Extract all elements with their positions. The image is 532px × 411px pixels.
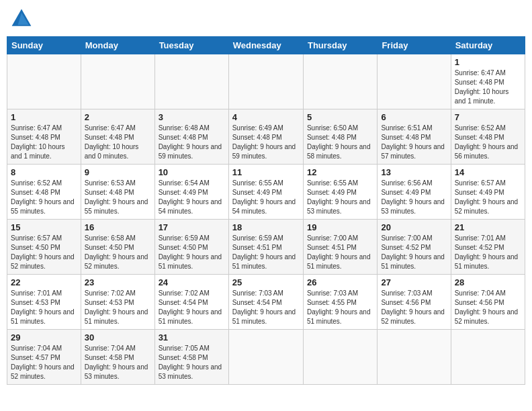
calendar-cell [81, 54, 154, 109]
calendar-cell: 16Sunrise: 6:58 AMSunset: 4:50 PMDayligh… [81, 220, 154, 275]
calendar-cell: 12Sunrise: 6:55 AMSunset: 4:49 PMDayligh… [303, 165, 377, 220]
calendar-cell: 31Sunrise: 7:05 AMSunset: 4:58 PMDayligh… [154, 330, 228, 385]
day-info: Sunrise: 6:55 AMSunset: 4:49 PMDaylight:… [232, 179, 300, 216]
calendar-cell: 19Sunrise: 7:00 AMSunset: 4:51 PMDayligh… [303, 220, 377, 275]
calendar-cell [451, 330, 525, 385]
day-info: Sunrise: 6:52 AMSunset: 4:48 PMDaylight:… [11, 179, 77, 216]
logo-icon [9, 7, 34, 31]
day-number: 2 [85, 112, 151, 122]
calendar-cell [378, 330, 451, 385]
day-info: Sunrise: 6:47 AMSunset: 4:48 PMDaylight:… [11, 124, 77, 161]
day-info: Sunrise: 7:04 AMSunset: 4:56 PMDaylight:… [455, 289, 521, 326]
day-number: 12 [307, 167, 373, 177]
logo [9, 7, 36, 31]
calendar-cell: 2Sunrise: 6:47 AMSunset: 4:48 PMDaylight… [81, 109, 154, 165]
day-number: 1 [11, 112, 77, 122]
day-number: 9 [85, 167, 151, 177]
day-info: Sunrise: 7:03 AMSunset: 4:56 PMDaylight:… [381, 289, 447, 326]
day-number: 21 [455, 222, 521, 232]
day-info: Sunrise: 7:00 AMSunset: 4:52 PMDaylight:… [381, 234, 447, 271]
day-info: Sunrise: 6:58 AMSunset: 4:50 PMDaylight:… [85, 234, 151, 271]
day-number: 16 [85, 222, 151, 232]
day-info: Sunrise: 7:02 AMSunset: 4:54 PMDaylight:… [159, 289, 225, 326]
calendar-cell [303, 330, 377, 385]
day-number: 1 [455, 57, 521, 67]
day-number: 19 [307, 222, 373, 232]
calendar-table: SundayMondayTuesdayWednesdayThursdayFrid… [7, 36, 525, 385]
day-number: 28 [455, 277, 521, 287]
calendar-cell: 4Sunrise: 6:49 AMSunset: 4:48 PMDaylight… [228, 109, 303, 165]
calendar-cell: 15Sunrise: 6:57 AMSunset: 4:50 PMDayligh… [7, 220, 81, 275]
day-info: Sunrise: 6:59 AMSunset: 4:50 PMDaylight:… [159, 234, 225, 271]
calendar-cell: 20Sunrise: 7:00 AMSunset: 4:52 PMDayligh… [378, 220, 451, 275]
day-number: 15 [11, 222, 77, 232]
day-info: Sunrise: 6:52 AMSunset: 4:48 PMDaylight:… [455, 124, 521, 161]
day-info: Sunrise: 6:54 AMSunset: 4:49 PMDaylight:… [159, 179, 225, 216]
day-info: Sunrise: 6:53 AMSunset: 4:48 PMDaylight:… [85, 179, 151, 216]
day-number: 20 [381, 222, 447, 232]
calendar-week-4: 15Sunrise: 6:57 AMSunset: 4:50 PMDayligh… [7, 220, 525, 275]
calendar-cell: 10Sunrise: 6:54 AMSunset: 4:49 PMDayligh… [154, 165, 228, 220]
day-header-monday: Monday [81, 37, 154, 54]
day-number: 22 [11, 277, 77, 287]
day-number: 26 [307, 277, 373, 287]
day-number: 31 [159, 332, 225, 342]
calendar-week-1: 1Sunrise: 6:47 AMSunset: 4:48 PMDaylight… [7, 54, 525, 109]
calendar-week-5: 22Sunrise: 7:01 AMSunset: 4:53 PMDayligh… [7, 275, 525, 330]
calendar-cell: 24Sunrise: 7:02 AMSunset: 4:54 PMDayligh… [154, 275, 228, 330]
calendar-cell: 28Sunrise: 7:04 AMSunset: 4:56 PMDayligh… [451, 275, 525, 330]
day-number: 17 [159, 222, 225, 232]
day-number: 27 [381, 277, 447, 287]
day-number: 7 [455, 112, 521, 122]
calendar-cell: 14Sunrise: 6:57 AMSunset: 4:49 PMDayligh… [451, 165, 525, 220]
page-header [7, 7, 525, 31]
day-info: Sunrise: 6:59 AMSunset: 4:51 PMDaylight:… [232, 234, 300, 271]
day-info: Sunrise: 7:03 AMSunset: 4:55 PMDaylight:… [307, 289, 373, 326]
day-number: 18 [232, 222, 300, 232]
day-number: 30 [85, 332, 151, 342]
calendar-cell: 30Sunrise: 7:04 AMSunset: 4:58 PMDayligh… [81, 330, 154, 385]
day-info: Sunrise: 6:47 AMSunset: 4:48 PMDaylight:… [85, 124, 151, 161]
day-number: 25 [232, 277, 300, 287]
day-header-thursday: Thursday [303, 37, 377, 54]
day-number: 10 [159, 167, 225, 177]
day-number: 13 [381, 167, 447, 177]
calendar-cell: 26Sunrise: 7:03 AMSunset: 4:55 PMDayligh… [303, 275, 377, 330]
day-number: 29 [11, 332, 77, 342]
day-info: Sunrise: 6:49 AMSunset: 4:48 PMDaylight:… [232, 124, 300, 161]
day-info: Sunrise: 6:51 AMSunset: 4:48 PMDaylight:… [381, 124, 447, 161]
day-info: Sunrise: 6:55 AMSunset: 4:49 PMDaylight:… [307, 179, 373, 216]
calendar-cell: 1Sunrise: 6:47 AMSunset: 4:48 PMDaylight… [7, 109, 81, 165]
day-header-saturday: Saturday [451, 37, 525, 54]
calendar-cell [228, 54, 303, 109]
day-number: 5 [307, 112, 373, 122]
day-info: Sunrise: 6:48 AMSunset: 4:48 PMDaylight:… [159, 124, 225, 161]
calendar-header-row: SundayMondayTuesdayWednesdayThursdayFrid… [7, 37, 525, 54]
calendar-cell [154, 54, 228, 109]
day-number: 14 [455, 167, 521, 177]
calendar-cell [228, 330, 303, 385]
day-number: 4 [232, 112, 300, 122]
day-info: Sunrise: 6:47 AMSunset: 4:48 PMDaylight:… [455, 68, 521, 106]
calendar-cell [378, 54, 451, 109]
calendar-cell: 1Sunrise: 6:47 AMSunset: 4:48 PMDaylight… [451, 54, 525, 109]
calendar-cell: 11Sunrise: 6:55 AMSunset: 4:49 PMDayligh… [228, 165, 303, 220]
day-number: 24 [159, 277, 225, 287]
day-number: 8 [11, 167, 77, 177]
calendar-cell: 13Sunrise: 6:56 AMSunset: 4:49 PMDayligh… [378, 165, 451, 220]
day-info: Sunrise: 7:03 AMSunset: 4:54 PMDaylight:… [232, 289, 300, 326]
calendar-cell: 7Sunrise: 6:52 AMSunset: 4:48 PMDaylight… [451, 109, 525, 165]
calendar-week-2: 1Sunrise: 6:47 AMSunset: 4:48 PMDaylight… [7, 109, 525, 165]
day-info: Sunrise: 7:04 AMSunset: 4:57 PMDaylight:… [11, 344, 77, 381]
calendar-cell: 21Sunrise: 7:01 AMSunset: 4:52 PMDayligh… [451, 220, 525, 275]
calendar-cell: 6Sunrise: 6:51 AMSunset: 4:48 PMDaylight… [378, 109, 451, 165]
calendar-cell: 29Sunrise: 7:04 AMSunset: 4:57 PMDayligh… [7, 330, 81, 385]
day-number: 23 [85, 277, 151, 287]
day-header-tuesday: Tuesday [154, 37, 228, 54]
day-info: Sunrise: 6:50 AMSunset: 4:48 PMDaylight:… [307, 124, 373, 161]
calendar-cell: 18Sunrise: 6:59 AMSunset: 4:51 PMDayligh… [228, 220, 303, 275]
day-info: Sunrise: 6:56 AMSunset: 4:49 PMDaylight:… [381, 179, 447, 216]
day-info: Sunrise: 7:05 AMSunset: 4:58 PMDaylight:… [159, 344, 225, 381]
calendar-cell: 22Sunrise: 7:01 AMSunset: 4:53 PMDayligh… [7, 275, 81, 330]
calendar-cell [303, 54, 377, 109]
